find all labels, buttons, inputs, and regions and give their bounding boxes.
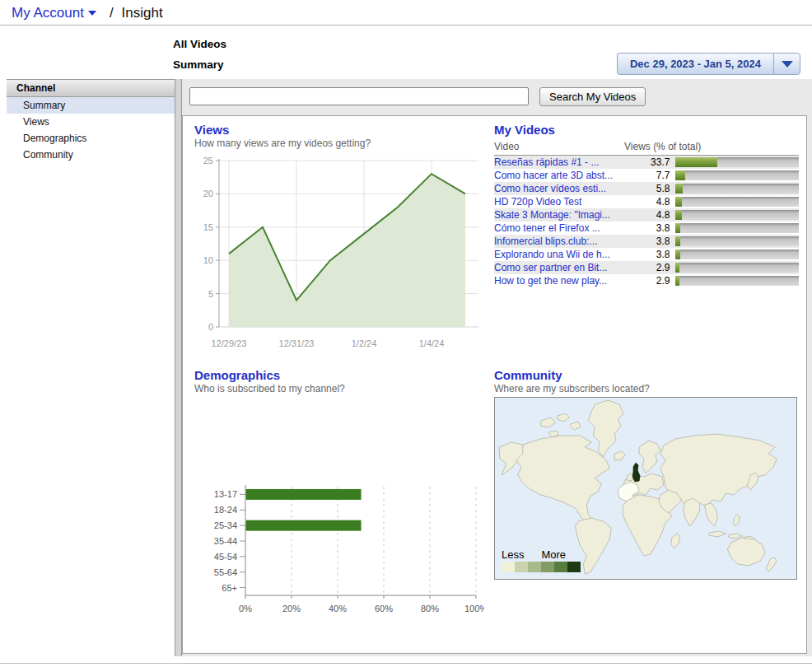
video-row: Como ser partner en Bit...2.9 [494,261,799,274]
video-views-bar [675,170,799,180]
views-section-subtitle: How many views are my videos getting? [194,138,484,149]
column-header-views: Views (% of total) [624,141,799,152]
video-views-bar [675,157,799,167]
report-subheader: All Videos Summary Dec 29, 2023 - Jan 5,… [0,26,812,78]
video-views-percent: 2.9 [645,262,676,273]
video-row: Reseñas rápidas #1 - ...33.7 [494,156,799,169]
video-views-percent: 33.7 [645,156,676,168]
sidebar-divider [175,79,182,656]
footer-divider [0,663,812,664]
video-row: HD 720p Video Test4.8 [494,195,799,208]
sidebar: Channel SummaryViewsDemographicsCommunit… [0,79,175,656]
my-videos-section-title[interactable]: My Videos [494,123,555,137]
summary-panel: Views How many views are my videos getti… [182,115,807,654]
video-views-percent: 3.8 [645,222,676,234]
main-area: Search My Videos Views How many views ar… [182,79,812,656]
video-link[interactable]: Como ser partner en Bit... [494,262,645,273]
svg-text:25-34: 25-34 [214,520,237,530]
demographics-section-subtitle: Who is subscribed to my channel? [194,383,484,394]
video-views-percent: 3.8 [645,249,676,260]
legend-more-label: More [541,548,566,561]
search-button[interactable]: Search My Videos [539,87,646,106]
sidebar-items: SummaryViewsDemographicsCommunity [7,97,175,163]
legend-swatch [515,562,528,572]
svg-text:60%: 60% [375,604,393,613]
sidebar-item-views[interactable]: Views [7,114,175,130]
video-link[interactable]: Como hacer arte 3D abst... [494,170,645,181]
breadcrumb: My Account/Insight [0,0,812,26]
svg-text:15: 15 [203,222,213,232]
report-view: Summary [173,54,226,75]
video-link[interactable]: Como hacer vídeos esti... [494,183,645,194]
breadcrumb-page: Insight [122,5,163,21]
map-iceland [614,451,625,460]
sidebar-item-demographics[interactable]: Demographics [7,130,175,147]
svg-text:80%: 80% [421,604,439,613]
views-line-chart: 051015202512/29/2312/31/231/2/241/4/24 [194,152,484,355]
svg-text:65+: 65+ [222,583,237,593]
map-density-legend: Less More [502,548,581,572]
legend-swatch [541,562,554,572]
my-account-label: My Account [12,5,84,21]
video-views-percent: 4.8 [645,196,676,208]
my-account-link[interactable]: My Account [12,5,98,21]
video-views-bar [675,276,799,286]
svg-text:35-44: 35-44 [214,536,237,546]
map-india [684,498,700,526]
map-madagascar [671,534,680,548]
svg-text:10: 10 [203,255,213,265]
column-header-video: Video [494,141,624,152]
video-row: Skate 3 Montage: "Imagi...4.8 [494,208,799,222]
search-input[interactable] [189,87,529,105]
views-section-title[interactable]: Views [194,123,229,137]
video-link[interactable]: How to get the new play... [494,275,645,287]
video-link[interactable]: Cómo tener el Firefox ... [494,222,645,234]
svg-text:100%: 100% [464,604,484,613]
video-views-bar [675,263,799,273]
svg-text:20: 20 [203,189,213,198]
sidebar-item-summary[interactable]: Summary [7,97,175,114]
sidebar-item-community[interactable]: Community [7,147,175,163]
my-videos-table-header: Video Views (% of total) [494,141,799,156]
my-videos-module: My Videos Video Views (% of total) Reseñ… [494,123,799,355]
video-views-percent: 5.8 [645,183,676,194]
video-row: Infomercial blips.club:...3.8 [494,235,799,248]
map-scandinavia [639,441,660,473]
svg-text:12/31/23: 12/31/23 [279,338,315,348]
community-section-title[interactable]: Community [494,368,562,382]
video-views-bar [675,184,799,194]
map-se-asia [705,503,718,526]
video-link[interactable]: Skate 3 Montage: "Imagi... [494,209,645,221]
date-range-dropdown-button[interactable] [773,53,800,75]
chevron-down-icon [88,11,96,16]
svg-text:1/2/24: 1/2/24 [352,338,377,348]
date-range-button[interactable]: Dec 29, 2023 - Jan 5, 2024 [617,53,773,75]
video-row: Cómo tener el Firefox ...3.8 [494,222,799,235]
subscribers-world-map: Less More [494,397,797,580]
sidebar-header: Channel [7,79,175,97]
svg-text:12/29/23: 12/29/23 [212,338,247,348]
legend-swatch [554,562,567,572]
youtube-insight-page: My Account/Insight All Videos Summary De… [0,0,812,667]
video-views-percent: 7.7 [645,170,676,181]
video-views-percent: 3.8 [645,236,676,247]
map-north-america [516,436,609,531]
video-link[interactable]: Explorando una Wii de h... [494,249,645,260]
video-link[interactable]: Infomercial blips.club:... [494,236,645,247]
svg-text:1/4/24: 1/4/24 [419,338,445,348]
map-united-kingdom-highlight [632,463,640,482]
date-range-control: Dec 29, 2023 - Jan 5, 2024 [617,53,800,75]
demographics-module: Demographics Who is subscribed to my cha… [194,368,484,618]
demographics-section-title[interactable]: Demographics [194,368,280,382]
legend-less-label: Less [502,548,524,561]
my-videos-table-body: Reseñas rápidas #1 - ...33.7Como hacer a… [494,156,799,287]
video-row: Como hacer arte 3D abst...7.7 [494,169,799,182]
video-link[interactable]: Reseñas rápidas #1 - ... [494,156,645,168]
demographics-bar-chart: 13-1718-2425-3435-4445-5455-6465+0%20%40… [194,480,484,618]
legend-color-scale [502,562,581,572]
breadcrumb-separator: / [110,5,114,21]
svg-text:13-17: 13-17 [214,489,237,499]
video-row: Explorando una Wii de h...3.8 [494,248,799,261]
video-views-bar [675,210,799,220]
video-link[interactable]: HD 720p Video Test [494,196,645,208]
